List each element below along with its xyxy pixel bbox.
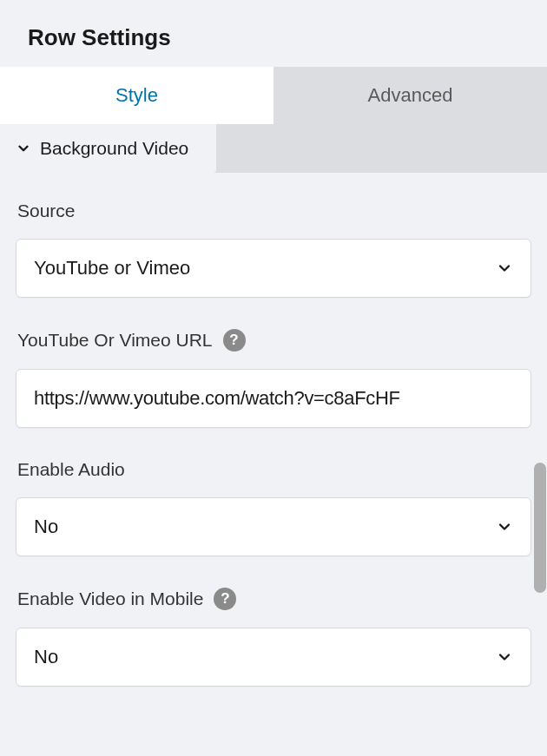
field-url: YouTube Or Vimeo URL ? https://www.youtu… <box>16 329 531 428</box>
field-source: Source YouTube or Vimeo <box>16 201 531 298</box>
chevron-down-icon <box>496 518 513 536</box>
field-enable-audio: Enable Audio No <box>16 459 531 556</box>
section-title: Background Video <box>40 138 188 159</box>
enable-audio-select[interactable]: No <box>16 497 531 556</box>
tab-advanced[interactable]: Advanced <box>274 67 547 124</box>
enable-video-mobile-label: Enable Video in Mobile <box>17 588 203 609</box>
source-value: YouTube or Vimeo <box>34 257 190 279</box>
enable-video-mobile-select[interactable]: No <box>16 628 531 687</box>
section-row: Background Video <box>0 124 547 173</box>
page-title: Row Settings <box>0 0 547 67</box>
field-enable-video-mobile: Enable Video in Mobile ? No <box>16 588 531 687</box>
label-row: YouTube Or Vimeo URL ? <box>16 329 531 352</box>
label-row: Enable Video in Mobile ? <box>16 588 531 610</box>
label-row: Enable Audio <box>16 459 531 480</box>
section-header-background-video[interactable]: Background Video <box>0 124 216 173</box>
help-icon[interactable]: ? <box>223 329 246 352</box>
scrollbar[interactable] <box>534 463 546 593</box>
tab-style[interactable]: Style <box>0 67 274 124</box>
content: Source YouTube or Vimeo YouTube Or Vimeo… <box>0 173 547 687</box>
source-select[interactable]: YouTube or Vimeo <box>16 239 531 298</box>
enable-audio-value: No <box>34 516 58 538</box>
tabs: Style Advanced <box>0 67 547 124</box>
url-value: https://www.youtube.com/watch?v=c8aFcHF <box>34 387 400 410</box>
source-label: Source <box>17 201 76 221</box>
url-input[interactable]: https://www.youtube.com/watch?v=c8aFcHF <box>16 369 531 428</box>
help-icon[interactable]: ? <box>214 588 236 610</box>
chevron-down-icon <box>496 260 513 277</box>
enable-audio-label: Enable Audio <box>17 459 125 480</box>
chevron-down-icon <box>16 141 31 156</box>
label-row: Source <box>16 201 531 221</box>
chevron-down-icon <box>496 648 513 666</box>
url-label: YouTube Or Vimeo URL <box>17 330 213 351</box>
enable-video-mobile-value: No <box>34 646 58 668</box>
